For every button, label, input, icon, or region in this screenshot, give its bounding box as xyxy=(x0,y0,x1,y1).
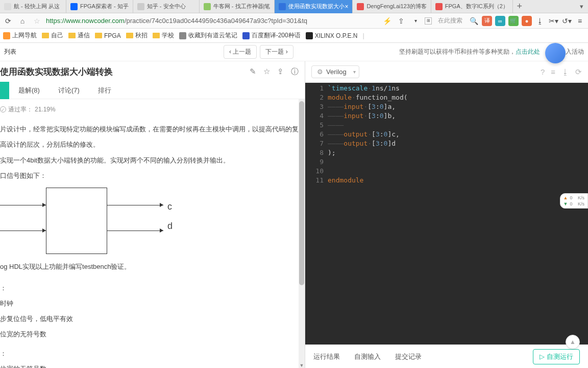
scrollbar[interactable]: ▲ ▼ xyxy=(299,99,305,368)
bookmark-item[interactable]: XILINX O.P.E.N xyxy=(306,32,358,39)
editor-footer: ▲ 运行结果 自测输入 提交记录 ▷ 自测运行 xyxy=(305,344,588,368)
bookmark-item[interactable]: 学校 xyxy=(153,31,174,40)
home-button[interactable]: ⌂ xyxy=(17,16,28,26)
bookmark-icon xyxy=(179,32,186,39)
reload-button[interactable]: ⟳ xyxy=(3,16,13,26)
close-tab-icon[interactable]: × xyxy=(345,3,348,10)
code-line[interactable]: 2module·function_mod( xyxy=(305,93,588,102)
code-text: ————input·[3:0]a, xyxy=(328,102,396,111)
search-icon[interactable]: 🔍 xyxy=(469,16,479,26)
tab-label: 航 - 轻快上网 从这 xyxy=(14,3,60,10)
star-icon[interactable]: ☆ xyxy=(263,67,270,77)
edit-icon[interactable]: ✎ xyxy=(250,67,256,77)
question-body: 通过率：21.19% 片设计中，经常把实现特定功能的模块编写成函数，在需要的时候… xyxy=(0,99,305,368)
tab-submit-history[interactable]: 提交记录 xyxy=(395,352,422,361)
ext-1-icon[interactable]: 译 xyxy=(482,16,492,26)
list-item: 步复位信号，低电平有效 xyxy=(0,313,299,325)
question-panel: 使用函数实现数据大小端转换 ✎ ☆ ⇪ ⓘ 题解(8) 讨论(7) 排行 通过率… xyxy=(0,61,305,368)
url-text[interactable]: https://www.nowcoder.com/practice/74c0c1… xyxy=(46,17,378,25)
screenshot-icon[interactable]: ✂▾ xyxy=(548,16,558,26)
browser-tab[interactable]: 航 - 轻快上网 从这 xyxy=(0,0,66,13)
code-text: ————output·[3:0]c, xyxy=(328,130,400,139)
tab-description[interactable] xyxy=(0,82,9,99)
bookmark-icon xyxy=(3,32,10,39)
bookmark-label: 收藏到有道云笔记 xyxy=(188,31,237,40)
code-line[interactable]: 9 xyxy=(305,157,588,167)
tab-run-result[interactable]: 运行结果 xyxy=(313,352,340,361)
nowcoder-logo-icon[interactable] xyxy=(545,43,566,63)
browser-tab[interactable]: DengFengLai123的博客 xyxy=(353,0,431,13)
bookmark-item[interactable]: 收藏到有道云笔记 xyxy=(179,31,237,40)
browser-tab[interactable]: 牛客网 - 找工作神器|笔 xyxy=(200,0,275,13)
editor-toolbar: ⚙ Verilog ▾ ? ≡ ⭳ ⟳ xyxy=(305,61,588,83)
flash-icon[interactable]: ⚡ xyxy=(382,16,392,26)
scroll-thumb[interactable] xyxy=(299,101,304,285)
ext-2-icon[interactable]: ∞ xyxy=(495,16,505,26)
code-text: ———— xyxy=(328,121,344,130)
line-number: 3 xyxy=(305,102,328,111)
paragraph: 口信号图如下： xyxy=(0,170,299,181)
tab-rank[interactable]: 排行 xyxy=(89,82,120,99)
bookmark-item[interactable]: 自己 xyxy=(42,31,63,40)
ext-3-icon[interactable]: 🛒 xyxy=(508,16,519,26)
bookmark-icon xyxy=(242,32,250,39)
question-title: 使用函数实现数据大小端转换 xyxy=(0,66,113,78)
reset-icon[interactable]: ⟳ xyxy=(575,67,582,77)
language-select[interactable]: ⚙ Verilog ▾ xyxy=(311,65,359,78)
line-number: 1 xyxy=(305,84,328,93)
bookmark-star-icon[interactable]: ☆ xyxy=(32,16,42,26)
list-icon[interactable]: ≡ xyxy=(551,67,555,76)
bookmark-label: 自己 xyxy=(51,31,63,40)
next-question-button[interactable]: 下一题 › xyxy=(260,45,293,59)
code-line[interactable]: 11endmodule xyxy=(305,176,588,185)
code-editor[interactable]: 1`timescale·1ns/1ns2module·function_mod(… xyxy=(305,83,588,344)
browser-tab[interactable]: FPGA、数字IC系列（2） xyxy=(431,0,513,13)
tab-discuss[interactable]: 讨论(7) xyxy=(49,82,89,99)
tab-label: 知乎 - 安全中心 xyxy=(147,3,186,10)
code-line[interactable]: 7————output·[3:0]d xyxy=(305,139,588,148)
favicon-icon xyxy=(4,3,11,10)
code-line[interactable]: 1`timescale·1ns/1ns xyxy=(305,84,588,93)
code-line[interactable]: 8); xyxy=(305,148,588,157)
bookmark-item[interactable]: 百度翻译-200种语 xyxy=(242,31,301,40)
promo-link[interactable]: 点击此处 xyxy=(516,48,540,55)
bookmark-item[interactable]: 秋招 xyxy=(126,31,148,40)
scroll-to-top-button[interactable]: ▲ xyxy=(566,335,580,349)
ext-4-icon[interactable]: ● xyxy=(522,16,532,26)
prev-question-button[interactable]: ‹ 上一题 xyxy=(224,45,257,59)
qr-icon[interactable]: ⊞ xyxy=(425,17,432,25)
download-icon[interactable]: ⭳ xyxy=(535,16,545,26)
list-button[interactable]: 列表 xyxy=(4,48,16,56)
code-line[interactable]: 10 xyxy=(305,167,588,176)
info-icon[interactable]: ⓘ xyxy=(291,67,299,77)
browser-tab-bar: 航 - 轻快上网 从这FPGA探索者 - 知乎知乎 - 安全中心牛客网 - 找工… xyxy=(0,0,588,13)
share-icon[interactable]: ⇪ xyxy=(396,16,406,26)
bookmark-item[interactable]: FPGA xyxy=(95,32,121,39)
pass-rate: 通过率：21.19% xyxy=(0,104,299,114)
section-heading: ： xyxy=(0,348,299,359)
code-line[interactable]: 3————input·[3:0]a, xyxy=(305,102,588,111)
browser-tab[interactable]: FPGA探索者 - 知乎 xyxy=(66,0,133,13)
self-test-run-button[interactable]: ▷ 自测运行 xyxy=(533,349,580,364)
bookmark-item[interactable]: 通信 xyxy=(68,31,90,40)
new-tab-button[interactable]: + xyxy=(513,1,526,12)
code-line[interactable]: 6————output·[3:0]c, xyxy=(305,130,588,139)
help-icon[interactable]: ? xyxy=(541,67,545,76)
code-text: `timescale·1ns/1ns xyxy=(328,84,400,93)
tab-label: DengFengLai123的博客 xyxy=(366,3,426,10)
tab-self-input[interactable]: 自测输入 xyxy=(354,352,381,361)
menu-icon[interactable]: ≡ xyxy=(575,16,585,26)
browser-tab[interactable]: 知乎 - 安全中心 xyxy=(133,0,200,13)
scroll-down-icon[interactable]: ▼ xyxy=(299,362,305,368)
code-line[interactable]: 5———— xyxy=(305,121,588,130)
code-line[interactable]: 4————input·[3:0]b, xyxy=(305,111,588,121)
bookmark-item[interactable]: 上网导航 xyxy=(3,31,37,40)
editor-panel: ⚙ Verilog ▾ ? ≡ ⭳ ⟳ 1`timescale·1ns/1ns2… xyxy=(305,61,588,368)
download-code-icon[interactable]: ⭳ xyxy=(561,67,569,76)
tab-solutions[interactable]: 题解(8) xyxy=(9,82,49,99)
chevron-down-icon[interactable]: ▾ xyxy=(410,16,421,26)
history-icon[interactable]: ↺▾ xyxy=(561,16,572,26)
browser-tab[interactable]: 使用函数实现数据大小× xyxy=(275,0,353,13)
share-question-icon[interactable]: ⇪ xyxy=(277,67,284,77)
tabs-dropdown-button[interactable]: ▾ xyxy=(575,3,588,10)
